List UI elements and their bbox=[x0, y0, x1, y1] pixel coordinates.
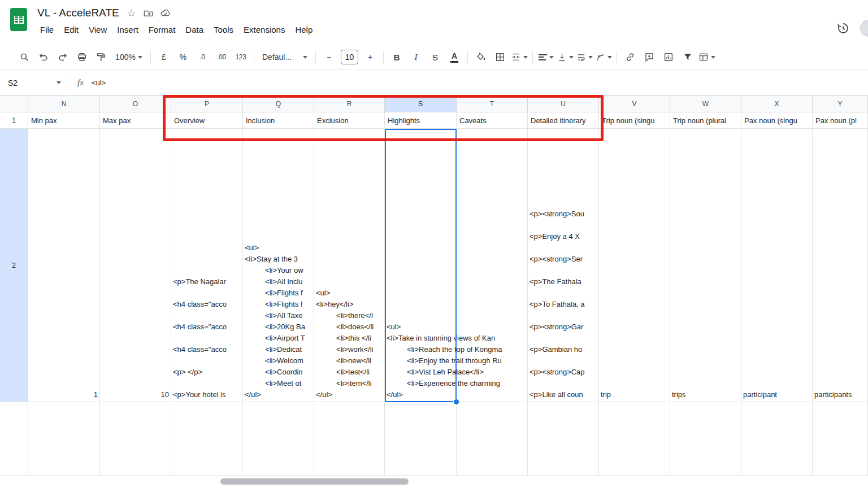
cell-S3[interactable] bbox=[385, 402, 457, 475]
print-icon[interactable] bbox=[72, 48, 92, 66]
cell-Y3[interactable] bbox=[813, 402, 868, 475]
fill-color-icon[interactable] bbox=[471, 48, 491, 66]
format-percent-icon[interactable]: % bbox=[173, 48, 193, 66]
cell-X1[interactable]: Pax noun (singu bbox=[741, 112, 813, 129]
cell-W2[interactable] bbox=[670, 129, 741, 402]
cell-W1[interactable]: Trip noun (plural bbox=[670, 112, 741, 129]
text-rotation-icon[interactable]: A bbox=[594, 48, 613, 66]
font-family-select[interactable]: Defaul... bbox=[258, 48, 312, 66]
select-all-corner[interactable] bbox=[0, 96, 28, 112]
column-header-W[interactable]: W bbox=[670, 96, 741, 112]
zoom-select[interactable]: 100% bbox=[111, 48, 147, 66]
cell-Y2[interactable] bbox=[813, 129, 868, 402]
menu-item-view[interactable]: View bbox=[84, 23, 112, 36]
column-header-Y[interactable]: Y bbox=[813, 96, 868, 112]
insert-chart-icon[interactable] bbox=[659, 48, 678, 66]
cell-Q1[interactable]: Inclusion bbox=[243, 112, 314, 129]
decrease-font-size-button[interactable]: − bbox=[319, 48, 338, 66]
formula-input[interactable]: <ul> bbox=[92, 79, 868, 87]
column-header-T[interactable]: T bbox=[457, 96, 528, 112]
cell-N1[interactable]: Min pax bbox=[28, 112, 100, 129]
column-header-X[interactable]: X bbox=[741, 96, 813, 112]
cell-U1[interactable]: Detailed itinerary bbox=[528, 112, 599, 129]
row-header-2[interactable]: 2 bbox=[0, 129, 28, 402]
row-header-1[interactable]: 1 bbox=[0, 112, 28, 129]
menu-item-extensions[interactable]: Extensions bbox=[238, 23, 290, 36]
text-wrap-icon[interactable] bbox=[575, 48, 594, 66]
insert-link-icon[interactable] bbox=[620, 48, 640, 66]
cell-V2[interactable] bbox=[599, 129, 670, 402]
undo-icon[interactable] bbox=[34, 48, 53, 66]
cell-T3[interactable] bbox=[457, 402, 528, 475]
search-menus-icon[interactable] bbox=[15, 48, 34, 66]
cloud-save-status-icon[interactable] bbox=[158, 5, 173, 21]
increase-font-size-button[interactable]: + bbox=[361, 48, 380, 66]
partial-icon[interactable] bbox=[860, 20, 868, 37]
redo-icon[interactable] bbox=[53, 48, 72, 66]
text-color-icon[interactable]: A bbox=[445, 48, 464, 66]
sheets-home-button[interactable] bbox=[10, 8, 27, 31]
italic-icon[interactable]: I bbox=[406, 48, 426, 66]
paint-format-icon[interactable] bbox=[92, 48, 111, 66]
cell-O2[interactable] bbox=[100, 129, 171, 402]
format-currency-icon[interactable]: £ bbox=[154, 48, 173, 66]
cell-S1[interactable]: Highlights bbox=[385, 112, 457, 129]
column-header-P[interactable]: P bbox=[171, 96, 243, 112]
column-header-U[interactable]: U bbox=[528, 96, 599, 112]
column-header-O[interactable]: O bbox=[100, 96, 171, 112]
table-views-icon[interactable] bbox=[697, 48, 717, 66]
cell-content-Y2: participants bbox=[814, 389, 866, 400]
increase-decimal-icon[interactable]: .00 bbox=[212, 48, 231, 66]
cell-U3[interactable] bbox=[528, 402, 599, 475]
merge-cells-icon[interactable] bbox=[510, 48, 529, 66]
cell-X3[interactable] bbox=[741, 402, 813, 475]
horizontal-align-icon[interactable] bbox=[536, 48, 555, 66]
create-filter-icon[interactable] bbox=[678, 48, 697, 66]
vertical-align-icon[interactable] bbox=[555, 48, 575, 66]
menu-item-tools[interactable]: Tools bbox=[209, 23, 238, 36]
cell-W3[interactable] bbox=[670, 402, 741, 475]
cell-P1[interactable]: Overview bbox=[171, 112, 243, 129]
column-header-Q[interactable]: Q bbox=[243, 96, 314, 112]
cell-Q3[interactable] bbox=[243, 402, 314, 475]
menu-item-help[interactable]: Help bbox=[290, 23, 318, 36]
column-header-V[interactable]: V bbox=[599, 96, 670, 112]
cell-N3[interactable] bbox=[28, 402, 100, 475]
menu-item-data[interactable]: Data bbox=[180, 23, 209, 36]
bold-icon[interactable]: B bbox=[387, 48, 406, 66]
cell-content-U2: <p><strong>Sou <p>Enjoy a 4 X <p><strong… bbox=[530, 208, 597, 400]
borders-icon[interactable] bbox=[491, 48, 510, 66]
menu-item-format[interactable]: Format bbox=[144, 23, 181, 36]
cell-P3[interactable] bbox=[171, 402, 243, 475]
column-header-S[interactable]: S bbox=[385, 96, 457, 112]
cell-T1[interactable]: Caveats bbox=[457, 112, 528, 129]
cell-V1[interactable]: Trip noun (singu bbox=[599, 112, 670, 129]
more-formats-icon[interactable]: 123 bbox=[231, 48, 250, 66]
column-header-N[interactable]: N bbox=[28, 96, 100, 112]
menu-bar: File Edit View Insert Format Data Tools … bbox=[35, 21, 833, 37]
menu-item-file[interactable]: File bbox=[35, 23, 59, 36]
cell-O3[interactable] bbox=[100, 402, 171, 475]
star-icon[interactable]: ☆ bbox=[124, 5, 140, 21]
move-folder-icon[interactable] bbox=[141, 5, 157, 21]
column-header-R[interactable]: R bbox=[314, 96, 385, 112]
cell-R1[interactable]: Exclusion bbox=[314, 112, 385, 129]
cell-X2[interactable] bbox=[741, 129, 813, 402]
fill-handle[interactable] bbox=[453, 399, 459, 405]
cell-O1[interactable]: Max pax bbox=[100, 112, 171, 129]
cell-reference: S2 bbox=[8, 79, 51, 88]
cell-N2[interactable] bbox=[28, 129, 100, 402]
version-history-icon[interactable] bbox=[833, 19, 852, 38]
horizontal-scrollbar[interactable] bbox=[220, 478, 409, 485]
document-title[interactable]: VL - AcceleRATE bbox=[34, 7, 123, 19]
menu-item-edit[interactable]: Edit bbox=[59, 23, 84, 36]
font-size-input[interactable]: 10 bbox=[341, 50, 358, 64]
menu-item-insert[interactable]: Insert bbox=[112, 23, 144, 36]
cell-V3[interactable] bbox=[599, 402, 670, 475]
cell-Y1[interactable]: Pax noun (pl bbox=[813, 112, 868, 129]
strikethrough-icon[interactable]: S bbox=[426, 48, 445, 66]
insert-comment-icon[interactable] bbox=[640, 48, 659, 66]
decrease-decimal-icon[interactable]: .0 bbox=[193, 48, 212, 66]
name-box[interactable]: S2 bbox=[0, 70, 67, 95]
cell-R3[interactable] bbox=[314, 402, 385, 475]
